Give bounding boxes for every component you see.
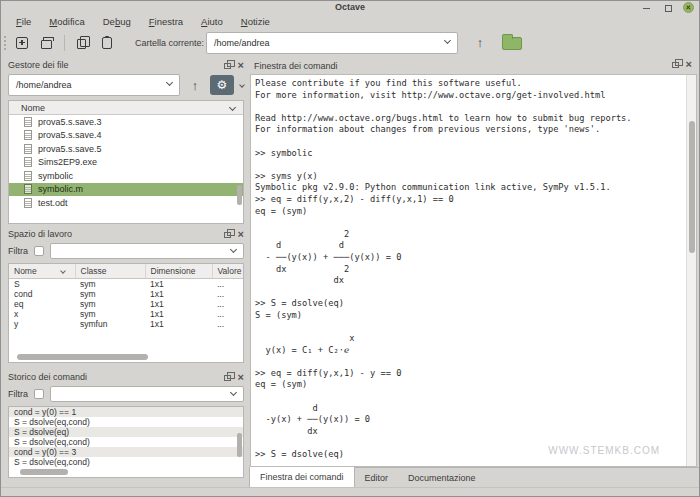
history-vscrollbar[interactable] [237,433,242,457]
open-file-button[interactable] [35,32,57,54]
history-item[interactable]: S = dsolve(eq) [9,427,243,437]
file-row[interactable]: symbolic.m [9,183,243,197]
workspace-title: Spazio di lavoro [8,229,72,239]
history-title: Storico dei comandi [8,372,87,382]
file-name: test.odt [38,198,68,208]
terminal-output: Please contribute if you find this softw… [255,78,632,461]
bottom-tab[interactable]: Documentazione [398,468,486,487]
file-browser-title: Gestore dei file [8,60,69,70]
variable-row[interactable]: eq sym 1x1 ... [9,299,243,309]
undock-icon[interactable] [224,63,231,69]
variable-value: ... [212,289,243,299]
variable-value: ... [212,309,243,319]
directory-up-button[interactable]: ↑ [185,75,205,95]
terminal-scrollbar-thumb[interactable] [689,121,695,253]
history-item[interactable]: S = dsolve(eq,cond) [9,457,243,467]
variable-row[interactable]: x sym 1x1 ... [9,309,243,319]
file-row[interactable]: symbolic [9,169,243,183]
actions-menu-button[interactable]: ⚙ [210,75,234,95]
undock-icon[interactable] [224,375,231,381]
undock-icon[interactable] [672,62,679,68]
menu-item[interactable]: Finestra [140,14,192,29]
history-command: S = dsolve(eq,cond) [14,417,90,427]
tab-label: Finestra dei comandi [260,472,344,482]
variable-row[interactable]: S sym 1x1 ... [9,278,243,289]
current-folder-value: /home/andrea [214,38,270,48]
variable-class: sym [75,289,145,299]
gear-icon: ⚙ [217,79,228,91]
menu-item[interactable]: Debug [94,14,140,29]
filter-checkbox[interactable] [34,389,44,399]
tab-label: Editor [365,473,389,483]
up-arrow-icon: ↑ [192,79,199,92]
close-panel-icon[interactable]: × [238,372,244,382]
close-panel-icon[interactable]: × [238,60,244,70]
history-item[interactable]: cond = y(0) == 3 [9,447,243,457]
paste-button[interactable] [96,32,118,54]
up-arrow-icon: ↑ [477,36,484,49]
variable-name: S [9,278,75,289]
file-row[interactable]: prova5.s.save.3 [9,115,243,129]
menu-item[interactable]: File [7,14,40,29]
minimize-button[interactable] [641,2,652,13]
paste-icon [102,37,112,49]
undock-icon[interactable] [224,232,231,238]
variable-value: ... [212,319,243,329]
workspace-panel: Spazio di lavoro × Filtra Nome Classe Di… [3,227,249,369]
workspace-rows: S sym 1x1 ... cond sym 1x1 ... eq sym 1x… [9,278,243,329]
history-item[interactable]: S = dsolve(eq,cond) [9,417,243,427]
workspace-table-header[interactable]: Nome Classe Dimensione Valore [9,264,243,278]
col-classe: Classe [81,266,107,276]
current-folder-combobox[interactable]: /home/andrea [206,32,458,54]
menu-item[interactable]: Notizie [232,14,279,29]
close-panel-icon[interactable]: × [686,59,692,69]
new-script-icon [16,37,28,49]
workspace-hscrollbar[interactable] [11,354,241,360]
col-dimensione: Dimensione [151,266,196,276]
col-valore: Valore [218,266,242,276]
col-nome: Nome [14,266,37,276]
file-list-column-header[interactable]: Nome [9,101,243,115]
copy-button[interactable] [72,32,94,54]
terminal-scrollbar[interactable] [686,75,696,466]
history-command: cond = y(0) == 1 [14,407,76,417]
terminal-output-area[interactable]: Please contribute if you find this softw… [250,74,697,467]
sort-chevron-icon [60,268,66,274]
path-combobox[interactable]: /home/andrea [8,74,180,96]
close-button[interactable] [683,2,694,13]
history-item[interactable]: cond = y(0) == 1 [9,407,243,417]
restore-button[interactable] [662,2,673,13]
file-list-scrollbar[interactable] [237,185,242,205]
new-script-button[interactable] [11,32,33,54]
watermark: WWW.STEMKB.COM [548,445,660,456]
browse-folder-button[interactable] [502,37,522,50]
history-item[interactable]: S = dsolve(eq,cond) [9,437,243,447]
close-panel-icon[interactable]: × [238,229,244,239]
bottom-tab[interactable]: Editor [355,468,399,487]
bottom-tab[interactable]: Finestra dei comandi [249,467,355,487]
variable-value: ... [212,299,243,309]
filter-combobox[interactable] [50,386,244,402]
file-name: prova5.s.save.5 [38,144,102,154]
variable-row[interactable]: cond sym 1x1 ... [9,289,243,299]
folder-up-button[interactable]: ↑ [470,33,490,53]
filter-label: Filtra [8,246,28,256]
file-row[interactable]: Sims2EP9.exe [9,156,243,170]
menu-item-label: Notizie [241,16,270,27]
filter-checkbox[interactable] [34,246,44,256]
history-hscrollbar[interactable] [11,469,241,475]
menu-item-label: Modifica [49,16,84,27]
variable-row[interactable]: y symfun 1x1 ... [9,319,243,329]
menu-item[interactable]: Aiuto [192,14,232,29]
toolbar-drag-handle[interactable] [3,34,8,52]
menu-item-label: Debug [103,16,131,27]
file-rows: prova5.s.save.3 prova5.s.save.4 prova5.s… [9,115,243,210]
filter-combobox[interactable] [50,243,244,259]
file-row[interactable]: test.odt [9,196,243,210]
menu-item[interactable]: Modifica [40,14,93,29]
chevron-down-icon[interactable] [239,82,245,88]
history-filter-row: Filtra [3,384,249,404]
file-row[interactable]: prova5.s.save.5 [9,142,243,156]
file-row[interactable]: prova5.s.save.4 [9,129,243,143]
chevron-down-icon [230,246,237,253]
